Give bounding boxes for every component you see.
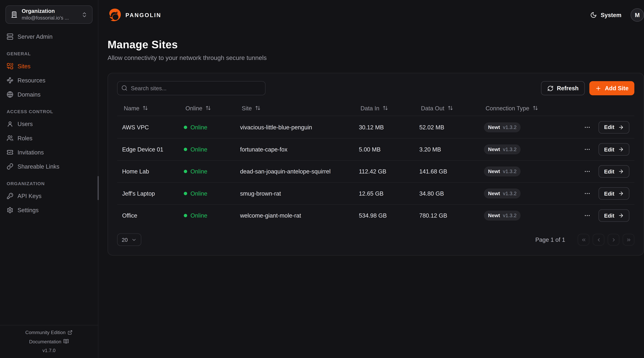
pager: Page 1 of 1	[535, 234, 634, 246]
online-label: Online	[190, 124, 207, 131]
sort-icon	[532, 105, 538, 111]
nav-section-general: GENERAL	[7, 51, 92, 56]
connection-type-cell: Newt v1.3.2	[479, 188, 577, 198]
row-menu-button[interactable]	[583, 211, 592, 220]
external-link-icon	[68, 330, 73, 335]
sidebar-item-invitations[interactable]: Invitations	[6, 145, 92, 159]
documentation-label: Documentation	[29, 339, 61, 344]
site-slug-cell: vivacious-little-blue-penguin	[235, 124, 354, 131]
online-label: Online	[190, 212, 207, 219]
ellipsis-icon	[584, 146, 591, 153]
org-selector[interactable]: Organization milo@fossorial.io's ...	[6, 5, 92, 24]
connection-type-badge: Newt v1.3.2	[484, 144, 521, 155]
edit-button[interactable]: Edit	[599, 187, 629, 200]
connection-type-cell: Newt v1.3.2	[479, 122, 577, 132]
sidebar-item-label: Users	[18, 121, 33, 127]
connection-type-version: v1.3.2	[503, 190, 516, 196]
data-out-cell: 52.02 MB	[414, 124, 479, 131]
sidebar-item-sites[interactable]: Sites	[6, 59, 92, 73]
row-menu-button[interactable]	[583, 145, 592, 154]
edit-button[interactable]: Edit	[599, 165, 629, 178]
edit-button[interactable]: Edit	[599, 121, 629, 133]
page-size-select[interactable]: 20	[117, 233, 142, 246]
ellipsis-icon	[584, 190, 591, 197]
sidebar-resize-handle[interactable]	[98, 176, 99, 200]
column-header-data-in[interactable]: Data In	[354, 105, 414, 111]
sidebar-item-label: Invitations	[18, 149, 44, 156]
row-menu-button[interactable]	[583, 189, 592, 198]
sort-icon	[143, 105, 148, 111]
ellipsis-icon	[584, 168, 591, 175]
key-icon	[7, 193, 14, 199]
next-page-button[interactable]	[608, 234, 620, 246]
sidebar-item-server-admin[interactable]: Server Admin	[6, 29, 92, 44]
sidebar-item-settings[interactable]: Settings	[6, 203, 92, 217]
row-menu-button[interactable]	[583, 167, 592, 176]
sidebar-item-users[interactable]: Users	[6, 117, 92, 131]
connection-type-badge: Newt v1.3.2	[484, 210, 521, 220]
sidebar-item-domains[interactable]: Domains	[6, 87, 92, 102]
table-row: AWS VPC Online vivacious-little-blue-pen…	[117, 116, 634, 138]
add-site-button[interactable]: Add Site	[590, 81, 634, 95]
sort-icon	[206, 105, 211, 111]
column-label: Data Out	[421, 105, 444, 111]
sidebar-item-shareable-links[interactable]: Shareable Links	[6, 159, 92, 174]
page-indicator: Page 1 of 1	[535, 236, 565, 243]
prev-page-button[interactable]	[593, 234, 604, 246]
theme-toggle-label: System	[601, 12, 622, 18]
sites-table: Name Online Site Data In	[117, 100, 634, 226]
chevrons-right-icon	[626, 237, 631, 242]
column-header-site[interactable]: Site	[235, 105, 354, 111]
site-status-cell: Online	[179, 146, 235, 153]
sites-icon	[7, 63, 14, 70]
sidebar-item-resources[interactable]: Resources	[6, 73, 92, 87]
documentation-link[interactable]: Documentation	[2, 339, 96, 344]
sidebar-item-roles[interactable]: Roles	[6, 131, 92, 145]
connection-type-version: v1.3.2	[503, 213, 516, 218]
table-row: Edge Device 01 Online fortunate-cape-fox…	[117, 138, 634, 160]
sidebar-item-label: Domains	[18, 91, 40, 98]
search-input[interactable]	[117, 81, 266, 95]
sidebar-item-label: API Keys	[18, 193, 42, 199]
ellipsis-icon	[584, 124, 591, 131]
row-menu-button[interactable]	[583, 123, 592, 131]
connection-type-name: Newt	[488, 124, 500, 130]
edit-button[interactable]: Edit	[599, 143, 629, 156]
site-status-cell: Online	[179, 168, 235, 175]
online-label: Online	[190, 190, 207, 197]
sidebar-item-api-keys[interactable]: API Keys	[6, 189, 92, 203]
edit-button[interactable]: Edit	[599, 209, 629, 222]
column-header-online[interactable]: Online	[179, 105, 235, 111]
connection-type-cell: Newt v1.3.2	[479, 144, 577, 155]
resources-icon	[7, 77, 14, 84]
theme-toggle[interactable]: System	[590, 12, 622, 18]
table-footer: 20 Page 1 of 1	[117, 233, 634, 246]
sidebar-footer: Community Edition Documentation v1.7.0	[0, 325, 98, 358]
refresh-label: Refresh	[557, 85, 579, 92]
data-in-cell: 30.12 MB	[354, 124, 414, 131]
data-out-cell: 141.68 GB	[414, 168, 479, 175]
connection-type-badge: Newt v1.3.2	[484, 188, 521, 198]
brand-link[interactable]: PANGOLIN	[108, 8, 162, 22]
community-edition-label: Community Edition	[25, 330, 66, 335]
row-actions-cell: Edit	[577, 143, 634, 156]
column-header-connection-type[interactable]: Connection Type	[479, 105, 577, 111]
refresh-button[interactable]: Refresh	[541, 81, 585, 95]
connection-type-cell: Newt v1.3.2	[479, 167, 577, 177]
connection-type-version: v1.3.2	[503, 169, 516, 174]
pangolin-logo-icon	[108, 8, 122, 22]
online-label: Online	[190, 168, 207, 175]
column-header-name[interactable]: Name	[117, 105, 179, 111]
avatar[interactable]: M	[630, 8, 644, 22]
community-edition-link[interactable]: Community Edition	[2, 330, 96, 335]
column-header-data-out[interactable]: Data Out	[414, 105, 479, 111]
edit-button-label: Edit	[604, 146, 614, 153]
data-in-cell: 12.65 GB	[354, 190, 414, 197]
connection-type-badge: Newt v1.3.2	[484, 167, 521, 177]
last-page-button[interactable]	[623, 234, 634, 246]
first-page-button[interactable]	[578, 234, 590, 246]
sidebar-item-label: Shareable Links	[18, 163, 60, 170]
connection-type-version: v1.3.2	[503, 147, 516, 152]
arrow-right-icon	[618, 213, 624, 218]
toolbar-actions: Refresh Add Site	[541, 81, 634, 95]
